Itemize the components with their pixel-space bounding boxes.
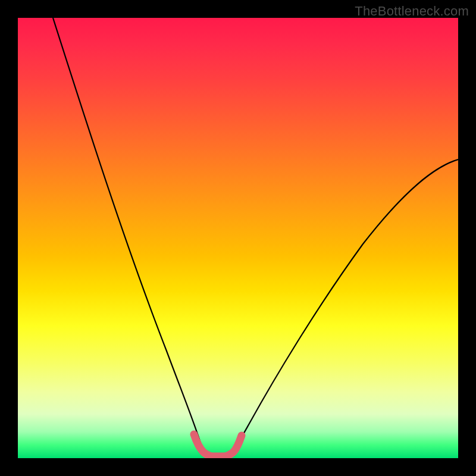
trough-marker — [194, 434, 242, 456]
curve-overlay — [18, 18, 458, 458]
left-curve — [53, 18, 207, 457]
watermark-text: TheBottleneck.com — [355, 4, 469, 19]
plot-area — [18, 18, 458, 458]
right-curve — [230, 159, 458, 457]
